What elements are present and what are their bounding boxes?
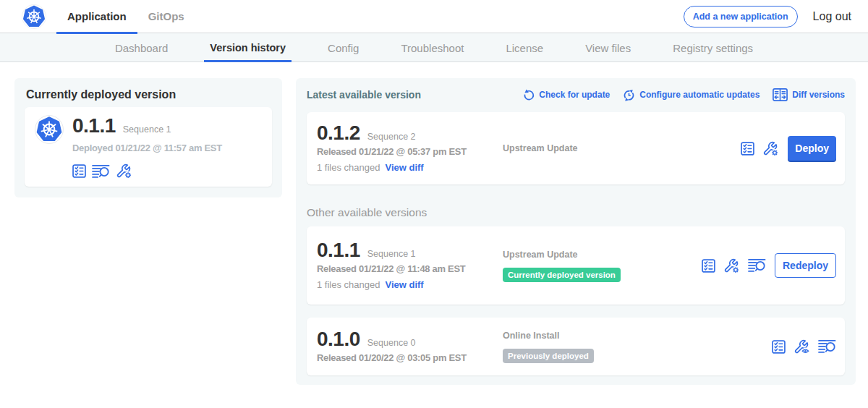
subnav-config[interactable]: Config: [322, 33, 365, 62]
diff-versions-link[interactable]: Diff versions: [773, 88, 845, 101]
diff-icon: [773, 88, 788, 101]
view-config-icon[interactable]: [793, 339, 810, 354]
version-number: 0.1.2: [317, 122, 360, 144]
currently-deployed-panel: Currently deployed version 0.1.1 Sequenc…: [14, 78, 282, 197]
version-released-timestamp: Released 01/21/22 @ 11:48 am EST: [317, 263, 503, 276]
preflight-checks-icon[interactable]: [741, 142, 754, 156]
version-history-panel: Latest available version Check for updat…: [296, 78, 856, 385]
version-released-timestamp: Released 01/21/22 @ 05:37 pm EST: [317, 145, 503, 158]
other-versions-title: Other available versions: [307, 206, 845, 219]
view-diff-link[interactable]: View diff: [385, 161, 423, 174]
app-kubernetes-icon: [35, 115, 64, 144]
current-version-number: 0.1.1: [72, 115, 116, 137]
version-row-0-1-1: 0.1.1 Sequence 1 Released 01/21/22 @ 11:…: [307, 226, 845, 305]
version-released-timestamp: Released 01/20/22 @ 03:05 pm EST: [317, 352, 503, 365]
preflight-checks-icon[interactable]: [702, 259, 715, 273]
currently-deployed-card: 0.1.1 Sequence 1 Deployed 01/21/22 @ 11:…: [25, 107, 272, 187]
previously-deployed-badge: Previously deployed: [503, 349, 594, 363]
deploy-logs-icon[interactable]: [818, 339, 836, 354]
subnav-troubleshoot[interactable]: Troubleshoot: [395, 33, 469, 62]
current-version-sequence: Sequence 1: [123, 119, 171, 140]
preflight-checks-icon[interactable]: [72, 164, 86, 178]
edit-config-icon[interactable]: [116, 163, 132, 179]
deploy-logs-icon[interactable]: [92, 164, 110, 179]
subnav-version-history[interactable]: Version history: [204, 33, 292, 62]
currently-deployed-badge: Currently deployed version: [503, 268, 621, 282]
edit-config-icon[interactable]: [762, 141, 779, 156]
version-number: 0.1.1: [317, 239, 360, 261]
latest-available-title: Latest available version: [307, 89, 421, 101]
version-source-label: Upstream Update: [503, 143, 578, 153]
view-diff-link[interactable]: View diff: [385, 279, 423, 292]
tab-gitops[interactable]: GitOps: [137, 0, 195, 33]
deploy-logs-icon[interactable]: [748, 258, 766, 273]
files-changed-label: 1 files changed: [317, 161, 380, 174]
version-sequence: Sequence 2: [367, 126, 416, 148]
version-row-0-1-0: 0.1.0 Sequence 0 Released 01/20/22 @ 03:…: [307, 318, 845, 375]
deploy-button[interactable]: Deploy: [788, 136, 836, 161]
kubernetes-logo[interactable]: [22, 4, 46, 29]
configure-automatic-updates-link[interactable]: Configure automatic updates: [623, 89, 760, 101]
app-tabs: Application GitOps: [56, 0, 195, 33]
tab-application[interactable]: Application: [56, 0, 137, 33]
files-changed-label: 1 files changed: [317, 279, 380, 292]
top-nav-right: Add a new application Log out: [684, 6, 851, 27]
version-number: 0.1.0: [317, 328, 360, 350]
version-sequence: Sequence 0: [367, 332, 416, 354]
version-sequence: Sequence 1: [367, 243, 416, 265]
refresh-icon: [523, 89, 535, 101]
version-source-label: Upstream Update: [503, 250, 578, 260]
check-for-update-link[interactable]: Check for update: [523, 89, 610, 101]
top-nav: Application GitOps Add a new application…: [0, 0, 868, 33]
version-source-label: Online Install: [503, 331, 560, 341]
add-application-button[interactable]: Add a new application: [684, 6, 798, 27]
preflight-checks-icon[interactable]: [772, 340, 786, 354]
subnav-license[interactable]: License: [500, 33, 549, 62]
edit-config-icon[interactable]: [723, 258, 740, 273]
app-subnav: Dashboard Version history Config Trouble…: [0, 33, 868, 62]
logout-link[interactable]: Log out: [813, 10, 851, 23]
subnav-registry-settings[interactable]: Registry settings: [667, 33, 759, 62]
current-deployed-timestamp: Deployed 01/21/22 @ 11:57 am EST: [72, 142, 222, 155]
redeploy-button[interactable]: Redeploy: [775, 253, 836, 278]
schedule-update-icon: [623, 89, 635, 101]
subnav-dashboard[interactable]: Dashboard: [109, 33, 174, 62]
version-row-0-1-2: 0.1.2 Sequence 2 Released 01/21/22 @ 05:…: [307, 112, 845, 184]
currently-deployed-title: Currently deployed version: [26, 88, 271, 101]
subnav-view-files[interactable]: View files: [579, 33, 637, 62]
